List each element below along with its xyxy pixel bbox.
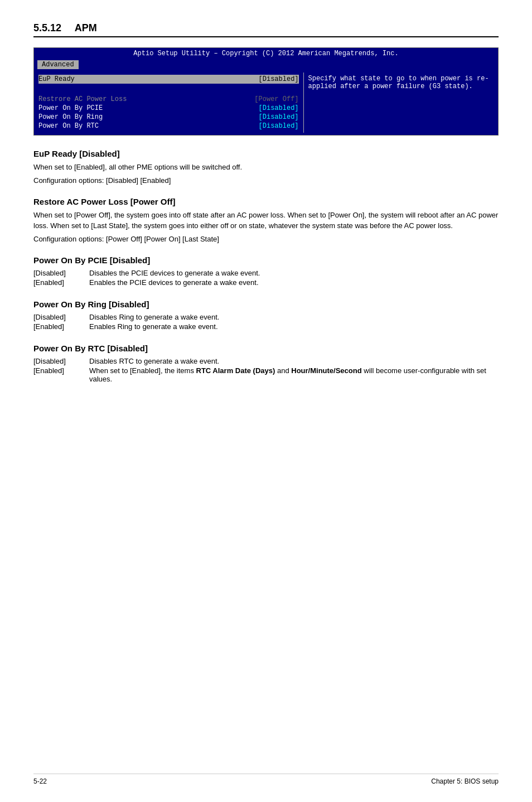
bios-label-ring: Power On By Ring bbox=[38, 113, 259, 121]
section-number: 5.5.12 bbox=[33, 22, 61, 33]
heading-restore-ac: Restore AC Power Loss [Power Off] bbox=[33, 197, 499, 206]
desc-ring-disabled: Disables Ring to generate a wake event. bbox=[89, 312, 499, 322]
option-pcie-disabled: [Disabled] bbox=[33, 268, 89, 278]
table-pcie: [Disabled] Disables the PCIE devices to … bbox=[33, 268, 499, 287]
desc-ring-enabled: Enables Ring to generate a wake event. bbox=[89, 322, 499, 331]
footer: 5-22 Chapter 5: BIOS setup bbox=[33, 774, 499, 785]
section-eup-ready: EuP Ready [Disabled] When set to [Enable… bbox=[33, 149, 499, 185]
section-ring: Power On By Ring [Disabled] [Disabled] D… bbox=[33, 299, 499, 331]
heading-eup-ready: EuP Ready [Disabled] bbox=[33, 149, 499, 158]
para-eup-ready-0: When set to [Enabled], all other PME opt… bbox=[33, 162, 499, 173]
bios-row-eup: EuP Ready [Disabled] bbox=[38, 75, 299, 84]
bios-content: EuP Ready [Disabled] Restrore AC Power L… bbox=[34, 70, 498, 135]
options-restore-ac: Configuration options: [Power Off] [Powe… bbox=[33, 235, 499, 243]
desc-rtc-disabled: Disables RTC to generate a wake event. bbox=[89, 356, 499, 366]
bios-label-rtc: Power On By RTC bbox=[38, 122, 259, 130]
option-pcie-enabled: [Enabled] bbox=[33, 278, 89, 287]
bios-label-restore-ac: Restrore AC Power Loss bbox=[38, 95, 254, 103]
table-rtc: [Disabled] Disables RTC to generate a wa… bbox=[33, 356, 499, 384]
bios-value-restore-ac: [Power Off] bbox=[254, 95, 298, 103]
bios-row-ring: Power On By Ring [Disabled] bbox=[38, 113, 299, 122]
table-row: [Disabled] Disables Ring to generate a w… bbox=[33, 312, 499, 322]
bios-tab-advanced: Advanced bbox=[37, 60, 79, 69]
heading-pcie: Power On By PCIE [Disabled] bbox=[33, 255, 499, 265]
section-restore-ac: Restore AC Power Loss [Power Off] When s… bbox=[33, 197, 499, 243]
footer-page-number: 5-22 bbox=[33, 777, 47, 785]
bios-tab-row: Advanced bbox=[34, 59, 498, 70]
bios-header: Aptio Setup Utility – Copyright (C) 2012… bbox=[34, 48, 498, 59]
table-row: [Enabled] When set to [Enabled], the ite… bbox=[33, 366, 499, 384]
bios-value-pcie: [Disabled] bbox=[259, 104, 299, 112]
footer-chapter: Chapter 5: BIOS setup bbox=[431, 777, 499, 785]
table-row: [Disabled] Disables RTC to generate a wa… bbox=[33, 356, 499, 366]
bios-row-pcie: Power On By PCIE [Disabled] bbox=[38, 104, 299, 113]
option-rtc-disabled: [Disabled] bbox=[33, 356, 89, 366]
option-rtc-enabled: [Enabled] bbox=[33, 366, 89, 384]
heading-ring: Power On By Ring [Disabled] bbox=[33, 299, 499, 309]
bios-value-ring: [Disabled] bbox=[259, 113, 299, 121]
bios-row-rtc: Power On By RTC [Disabled] bbox=[38, 122, 299, 131]
para-restore-ac-0: When set to [Power Off], the system goes… bbox=[33, 210, 499, 231]
bios-left-panel: EuP Ready [Disabled] Restrore AC Power L… bbox=[34, 73, 303, 133]
section-title: APM bbox=[75, 22, 97, 33]
bios-ui-box: Aptio Setup Utility – Copyright (C) 2012… bbox=[33, 47, 499, 136]
heading-rtc: Power On By RTC [Disabled] bbox=[33, 344, 499, 353]
desc-rtc-enabled: When set to [Enabled], the items RTC Ala… bbox=[89, 366, 499, 384]
desc-pcie-disabled: Disables the PCIE devices to generate a … bbox=[89, 268, 499, 278]
table-row: [Enabled] Enables Ring to generate a wak… bbox=[33, 322, 499, 331]
desc-pcie-enabled: Enables the PCIE devices to generate a w… bbox=[89, 278, 499, 287]
table-row: [Enabled] Enables the PCIE devices to ge… bbox=[33, 278, 499, 287]
bios-right-panel: Specify what state to go to when power i… bbox=[303, 73, 498, 133]
table-row: [Disabled] Disables the PCIE devices to … bbox=[33, 268, 499, 278]
bios-label-eup: EuP Ready bbox=[38, 75, 259, 83]
option-ring-enabled: [Enabled] bbox=[33, 322, 89, 331]
bios-label-pcie: Power On By PCIE bbox=[38, 104, 259, 112]
bios-value-rtc: [Disabled] bbox=[259, 122, 299, 130]
table-ring: [Disabled] Disables Ring to generate a w… bbox=[33, 312, 499, 331]
bios-value-eup: [Disabled] bbox=[259, 75, 299, 83]
bios-row-restore-ac: Restrore AC Power Loss [Power Off] bbox=[38, 95, 299, 104]
section-pcie: Power On By PCIE [Disabled] [Disabled] D… bbox=[33, 255, 499, 287]
bios-row-spacer bbox=[38, 84, 299, 95]
options-eup-ready: Configuration options: [Disabled] [Enabl… bbox=[33, 176, 499, 185]
option-ring-disabled: [Disabled] bbox=[33, 312, 89, 322]
section-rtc: Power On By RTC [Disabled] [Disabled] Di… bbox=[33, 344, 499, 384]
